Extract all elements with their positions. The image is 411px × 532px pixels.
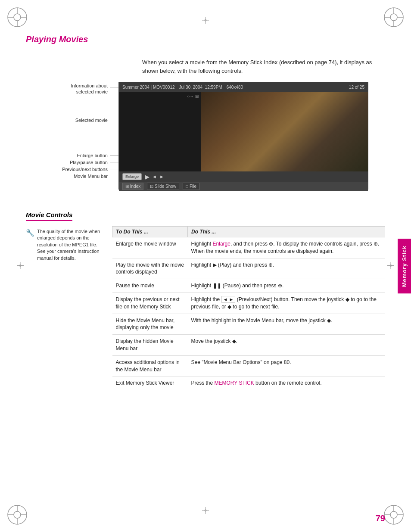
table-row: Access additional options in the Movie M… [112,355,385,376]
table-row: Display the previous or next file on the… [112,292,385,314]
enlarge-button[interactable]: Enlarge [122,173,142,180]
label-prevnext: Previous/next buttons [62,166,108,172]
sidebar-tab: Memory Stick [398,239,411,293]
crosshair-top [201,16,210,26]
menu-slideshow[interactable]: ⊡ Slide Show [147,183,179,190]
movie-count: 12 of 25 [349,85,364,90]
note-box: 🔧 The quality of the movie when enlarged… [26,228,106,261]
dothis-cell: Highlight ❚❚ (Pause) and then press ⊕. [188,279,385,293]
crosshair-left [16,261,25,271]
movie-area: Information aboutselected movie Selected… [26,82,385,198]
page-number: 79 [376,513,385,523]
movie-main-area: ○→ ⊞ [119,92,368,171]
controls-table: To Do This ... Do This ... Enlarge the m… [112,226,385,390]
intro-text: When you select a movie from the Memory … [142,58,385,75]
highlight-enlarge: Enlarge [213,241,230,247]
todo-cell: Hide the Movie Menu bar, displaying only… [112,314,188,335]
dothis-cell: Move the joystick ◆. [188,335,385,356]
todo-cell: Access additional options in the Movie M… [112,355,188,376]
highlight-memory-stick: MEMORY STICK [215,380,254,386]
prev-next-icon: ◄ ► [221,296,236,303]
svg-point-13 [14,511,21,518]
todo-cell: Enlarge the movie window [112,237,188,258]
table-row: Display the hidden Movie Menu bar Move t… [112,335,385,356]
movie-preview [201,92,368,171]
menu-index[interactable]: ⊞ Index [122,183,143,190]
corner-decoration-tr [381,4,407,30]
todo-cell: Display the previous or next file on the… [112,292,188,314]
dothis-cell: Highlight the ◄ ► (Previous/Next) button… [188,292,385,314]
table-row: Exit Memory Stick Viewer Press the MEMOR… [112,376,385,390]
movie-title: Summer 2004 | MOV00012 [122,85,175,90]
todo-cell: Exit Memory Stick Viewer [112,376,188,390]
table-row: Hide the Movie Menu bar, displaying only… [112,314,385,335]
dothis-cell: See "Movie Menu Bar Options" on page 80. [188,355,385,376]
todo-cell: Play the movie with the movie controls d… [112,258,188,279]
table-row: Pause the movie Highlight ❚❚ (Pause) and… [112,279,385,293]
movie-date: Jul 30, 2004 12:59PM [179,85,222,90]
todo-cell: Pause the movie [112,279,188,293]
table-header-todo: To Do This ... [112,227,188,237]
todo-cell: Display the hidden Movie Menu bar [112,335,188,356]
section-title: Movie Controls [26,211,72,221]
corner-decoration-tl [4,4,30,30]
note-icon: 🔧 [26,228,34,261]
label-enlarge-btn: Enlarge button [77,152,108,159]
svg-point-1 [14,14,21,21]
table-row: Play the movie with the movie controls d… [112,258,385,279]
dothis-cell: Press the MEMORY STICK button on the rem… [188,376,385,390]
movie-menubar: ⊞ Index ⊡ Slide Show □ File [119,182,368,191]
menu-file[interactable]: □ File [183,183,199,190]
movie-controls-bar: Enlarge ▶ ◄ ► ⊞ Index ⊡ Slide Show □ Fil… [119,171,368,190]
svg-point-7 [390,14,397,21]
movie-info-left: Summer 2004 | MOV00012 Jul 30, 2004 12:5… [122,85,243,90]
table-header-dothis: Do This ... [188,227,385,237]
movie-ui-mockup: Summer 2004 | MOV00012 Jul 30, 2004 12:5… [118,82,368,190]
svg-point-19 [390,511,397,518]
play-button-icon[interactable]: ▶ [145,174,149,180]
dothis-cell: With the highlight in the Movie Menu bar… [188,314,385,335]
movie-buttons-row: Enlarge ▶ ◄ ► [119,171,368,182]
label-selected-movie: Selected movie [75,117,108,123]
crosshair-right [386,261,395,271]
label-playpause: Play/pause button [70,159,108,165]
note-text: The quality of the movie when enlarged d… [37,228,106,261]
prev-button-icon[interactable]: ◄ [152,174,157,179]
movie-nav-icons: ○→ ⊞ [187,94,199,99]
dothis-cell: Highlight Enlarge, and then press ⊕. To … [188,237,385,258]
table-row: Enlarge the movie window Highlight Enlar… [112,237,385,258]
movie-preview-image [201,92,368,171]
movie-resolution: 640x480 [227,85,243,90]
label-menubar: Movie Menu bar [74,173,108,179]
dothis-cell: Highlight ▶ (Play) and then press ⊕. [188,258,385,279]
next-button-icon[interactable]: ► [159,174,164,179]
movie-controls-section: Movie Controls 🔧 The quality of the movi… [26,211,385,390]
page-title: Playing Movies [26,34,385,44]
crosshair-bottom [201,506,210,516]
label-info: Information aboutselected movie [71,83,108,95]
movie-topbar: Summer 2004 | MOV00012 Jul 30, 2004 12:5… [119,82,368,92]
movie-thumbnail: ○→ ⊞ [119,92,201,171]
